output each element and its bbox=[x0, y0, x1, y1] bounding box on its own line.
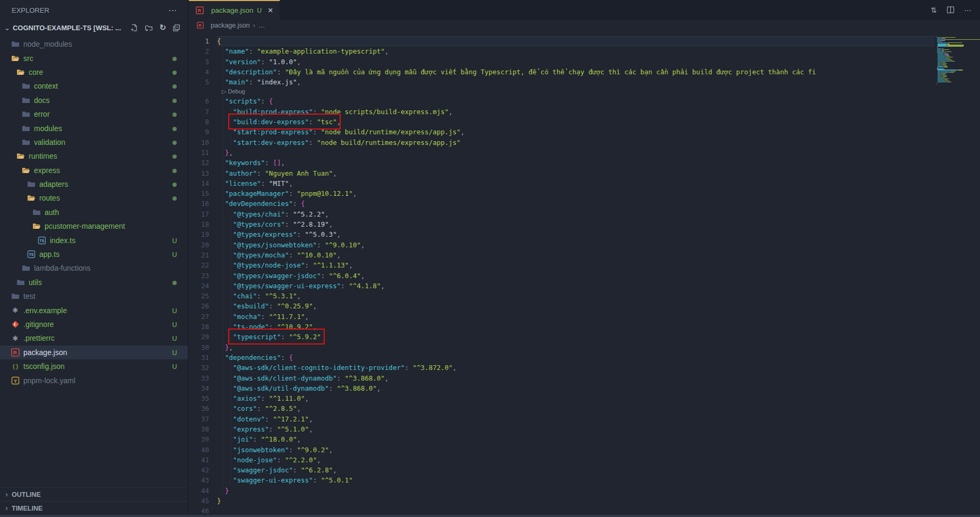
line-number: 4 bbox=[189, 67, 217, 77]
tree-item[interactable]: modules bbox=[0, 121, 188, 135]
modified-dot-badge bbox=[170, 124, 179, 133]
code-line[interactable]: 42 "swagger-jsdoc": "^6.2.8", bbox=[189, 465, 935, 475]
code-line[interactable]: 43 "swagger-ui-express": "^5.0.1" bbox=[189, 475, 935, 485]
minimap[interactable] bbox=[935, 31, 980, 515]
breadcrumb-more[interactable]: … bbox=[258, 22, 265, 29]
code-line[interactable]: 35 "axios": "^1.11.0", bbox=[189, 393, 935, 403]
tree-item[interactable]: core bbox=[0, 65, 188, 79]
tree-item[interactable]: error bbox=[0, 107, 188, 121]
code-line[interactable]: 44 } bbox=[189, 486, 935, 496]
code-line[interactable]: 38 "express": "^5.1.0", bbox=[189, 424, 935, 434]
tree-item[interactable]: ✱.env.exampleU bbox=[0, 303, 188, 317]
code-line[interactable]: 20 "@types/jsonwebtoken": "^9.0.10", bbox=[189, 240, 935, 250]
code-line[interactable]: 14 "license": "MIT", bbox=[189, 178, 935, 188]
code-line[interactable]: 2 "name": "example-application-typescrip… bbox=[189, 46, 935, 56]
close-icon[interactable]: ✕ bbox=[267, 6, 273, 14]
tree-item[interactable]: {}tsconfig.jsonU bbox=[0, 359, 188, 373]
code-line[interactable]: 8 "build:dev-express": "tsc", bbox=[189, 117, 935, 127]
code-line[interactable]: 12 "keywords": [], bbox=[189, 158, 935, 168]
collapse-folders-icon[interactable] bbox=[172, 24, 180, 32]
code-line[interactable]: 40 "jsonwebtoken": "^9.0.2", bbox=[189, 445, 935, 455]
code-line[interactable]: 24 "@types/swagger-ui-express": "^4.1.8"… bbox=[189, 281, 935, 291]
tree-item[interactable]: routes bbox=[0, 191, 188, 205]
tree-item[interactable]: ✱.prettierrcU bbox=[0, 331, 188, 345]
code-line[interactable]: 45} bbox=[189, 496, 935, 506]
tree-item[interactable]: node_modules bbox=[0, 37, 188, 51]
code-line[interactable]: 11 }, bbox=[189, 148, 935, 158]
code-line[interactable]: 29 "typescript": "^5.9.2" bbox=[189, 332, 935, 342]
explorer-sidebar: EXPLORER ⋯ ⌄ COGNITO-EXAMPLE-TS [WSL: ..… bbox=[0, 0, 188, 517]
timeline-section-header[interactable]: › TIMELINE bbox=[0, 501, 188, 515]
folder-icon bbox=[32, 208, 41, 217]
tree-item[interactable]: express bbox=[0, 163, 188, 177]
code-line[interactable]: 19 "@types/express": "^5.0.3", bbox=[189, 229, 935, 239]
sidebar-bottom-panels: › OUTLINE › TIMELINE bbox=[0, 487, 188, 515]
code-line[interactable]: 36 "cors": "^2.8.5", bbox=[189, 403, 935, 413]
code-line[interactable]: 5 "main": "index.js", bbox=[189, 77, 935, 87]
code-line[interactable]: 7 "build:prod-express": "node scripts/bu… bbox=[189, 107, 935, 117]
refresh-icon[interactable]: ↻ bbox=[159, 23, 166, 32]
breadcrumb-file[interactable]: package.json bbox=[211, 22, 250, 29]
code-line[interactable]: 28 "ts-node": "^10.9.2", bbox=[189, 322, 935, 332]
tree-item[interactable]: runtimes bbox=[0, 149, 188, 163]
code-line[interactable]: 17 "@types/chai": "^5.2.2", bbox=[189, 209, 935, 219]
codelens-debug[interactable]: ▷ Debug bbox=[217, 87, 935, 96]
code-line[interactable]: 41 "node-jose": "^2.2.0", bbox=[189, 455, 935, 465]
tree-item[interactable]: utils bbox=[0, 275, 188, 289]
tree-item[interactable]: src bbox=[0, 51, 188, 65]
code-line[interactable]: 34 "@aws-sdk/util-dynamodb": "^3.868.0", bbox=[189, 383, 935, 393]
code-line[interactable]: 15 "packageManager": "pnpm@10.12.1", bbox=[189, 188, 935, 199]
code-line[interactable]: 9 "start:prod-express": "node build/runt… bbox=[189, 127, 935, 137]
tree-item[interactable]: TSapp.tsU bbox=[0, 247, 188, 261]
code-viewport[interactable]: 1{2 "name": "example-application-typescr… bbox=[189, 31, 935, 515]
code-line[interactable]: 25 "chai": "^5.3.1", bbox=[189, 291, 935, 301]
code-line[interactable]: 13 "author": "Nguyen Anh Tuan", bbox=[189, 168, 935, 178]
new-file-icon[interactable] bbox=[131, 24, 138, 32]
sync-icon[interactable]: ⇅ bbox=[931, 6, 937, 14]
modified-dot-badge bbox=[170, 54, 179, 63]
code-line[interactable]: 33 "@aws-sdk/client-dynamodb": "^3.868.0… bbox=[189, 373, 935, 383]
tree-item[interactable]: Ypnpm-lock.yaml bbox=[0, 373, 188, 387]
project-root-row[interactable]: ⌄ COGNITO-EXAMPLE-TS [WSL: ... ↻ bbox=[0, 20, 188, 35]
code-line[interactable]: 31 "dependencies": { bbox=[189, 352, 935, 363]
code-line[interactable]: 16 "devDependencies": { bbox=[189, 199, 935, 209]
tree-item[interactable]: test bbox=[0, 289, 188, 303]
code-line[interactable]: 39 "joi": "^18.0.0", bbox=[189, 434, 935, 444]
code-line[interactable]: 26 "esbuild": "^0.25.9", bbox=[189, 301, 935, 311]
code-line[interactable]: 10 "start:dev-express": "node build/runt… bbox=[189, 137, 935, 148]
code-line[interactable]: 3 "version": "1.0.0", bbox=[189, 57, 935, 67]
tree-item[interactable]: lambda-functions bbox=[0, 261, 188, 275]
tree-item[interactable]: package.jsonU bbox=[0, 346, 188, 359]
tree-item[interactable]: pcustomer-management bbox=[0, 219, 188, 233]
tree-item[interactable]: TSindex.tsU bbox=[0, 233, 188, 247]
code-line[interactable]: 23 "@types/swagger-jsdoc": "^6.0.4", bbox=[189, 271, 935, 281]
code-line[interactable]: 27 "mocha": "^11.7.1", bbox=[189, 312, 935, 322]
tree-item[interactable]: context bbox=[0, 79, 188, 93]
code-line[interactable]: 37 "dotenv": "^17.2.1", bbox=[189, 414, 935, 424]
code-line[interactable]: 1{ bbox=[189, 36, 935, 46]
tree-item[interactable]: auth bbox=[0, 205, 188, 219]
code-line[interactable]: 21 "@types/mocha": "^10.0.10", bbox=[189, 250, 935, 260]
outline-section-header[interactable]: › OUTLINE bbox=[0, 487, 188, 501]
line-number: 21 bbox=[189, 250, 217, 260]
tree-item[interactable]: .gitignoreU bbox=[0, 317, 188, 331]
line-number: 1 bbox=[189, 36, 217, 46]
code-line[interactable]: 6 "scripts": { bbox=[189, 96, 935, 106]
tree-item[interactable]: adapters bbox=[0, 177, 188, 191]
code-line[interactable]: 32 "@aws-sdk/client-cognito-identity-pro… bbox=[189, 363, 935, 373]
code-line[interactable]: 46 bbox=[189, 506, 935, 515]
new-folder-icon[interactable] bbox=[145, 24, 153, 32]
explorer-more-actions-icon[interactable]: ⋯ bbox=[168, 5, 177, 15]
chevron-down-icon[interactable]: ⌄ bbox=[4, 24, 10, 32]
tree-item-label: adapters bbox=[39, 180, 68, 188]
tree-item[interactable]: docs bbox=[0, 93, 188, 107]
code-line[interactable]: 22 "@types/node-jose": "^1.1.13", bbox=[189, 260, 935, 270]
tree-item[interactable]: validation bbox=[0, 135, 188, 149]
code-line[interactable]: 4 "description": "Đây là mã nguồn của ứn… bbox=[189, 67, 935, 77]
split-editor-icon[interactable] bbox=[947, 6, 955, 14]
more-actions-icon[interactable]: ⋯ bbox=[964, 6, 972, 14]
code-line[interactable]: 18 "@types/cors": "^2.8.19", bbox=[189, 219, 935, 229]
code-line[interactable]: 30 }, bbox=[189, 342, 935, 352]
tree-item-label: validation bbox=[34, 138, 65, 147]
tab-package-json[interactable]: package.json U ✕ bbox=[189, 0, 280, 20]
